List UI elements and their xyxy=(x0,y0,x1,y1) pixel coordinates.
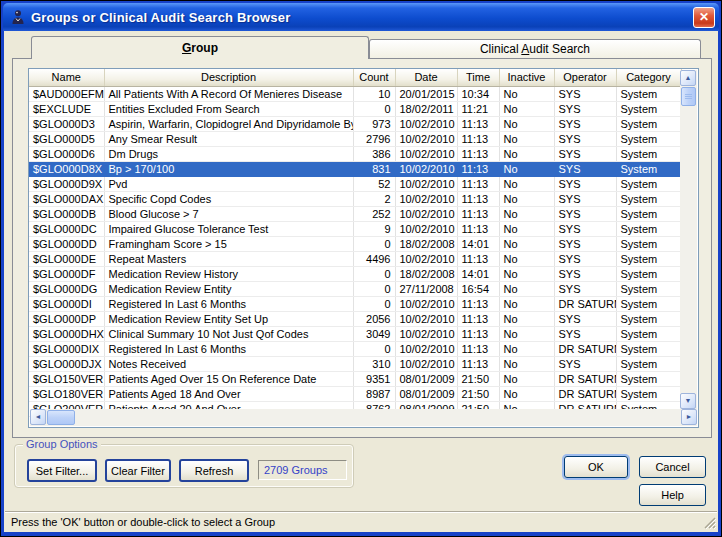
cell-time: 11:13 xyxy=(457,176,499,191)
cell-inactive: No xyxy=(499,281,554,296)
horizontal-scroll-thumb[interactable] xyxy=(47,410,75,425)
table-row[interactable]: $GLO180VERPatients Aged 18 And Over89870… xyxy=(29,386,681,401)
cell-count: 2 xyxy=(353,191,395,206)
cell-description: Blood Glucose > 7 xyxy=(104,206,353,221)
cell-description: Aspirin, Warfarin, Clopidogrel And Dipyr… xyxy=(104,116,353,131)
table-row[interactable]: $GLO000DHXClinical Summary 10 Not Just Q… xyxy=(29,326,681,341)
help-button[interactable]: Help xyxy=(639,484,706,506)
column-header-description[interactable]: Description xyxy=(104,69,353,86)
cell-description: Registered In Last 6 Months xyxy=(104,341,353,356)
table-row[interactable]: $GLO000DBBlood Glucose > 725210/02/20101… xyxy=(29,206,681,221)
scroll-down-icon[interactable]: ▼ xyxy=(680,393,696,409)
cell-description: Repeat Masters xyxy=(104,251,353,266)
cell-count: 2056 xyxy=(353,311,395,326)
table-row[interactable]: $AUD000EFMAll Patients With A Record Of … xyxy=(29,86,681,101)
scroll-up-icon[interactable]: ▲ xyxy=(680,70,696,86)
table-row[interactable]: $GLO000D6Dm Drugs38610/02/201011:13NoSYS… xyxy=(29,146,681,161)
table-row[interactable]: $GLO000DDFramingham Score > 15018/02/200… xyxy=(29,236,681,251)
table-row[interactable]: $GLO000D3Aspirin, Warfarin, Clopidogrel … xyxy=(29,116,681,131)
cell-count: 9 xyxy=(353,221,395,236)
close-button[interactable]: ✕ xyxy=(693,7,715,28)
cell-description: Entities Excluded From Search xyxy=(104,101,353,116)
table-row[interactable]: $GLO000D9XPvd5210/02/201011:13NoSYSSyste… xyxy=(29,176,681,191)
cell-count: 0 xyxy=(353,296,395,311)
table-row[interactable]: $GLO000DPMedication Review Entity Set Up… xyxy=(29,311,681,326)
table-row[interactable]: $GLO150VERPatients Aged Over 15 On Refer… xyxy=(29,371,681,386)
group-list[interactable]: NameDescriptionCountDateTimeInactiveOper… xyxy=(28,68,699,428)
scroll-left-icon[interactable]: ◄ xyxy=(30,409,46,425)
cell-name: $AUD000EFM xyxy=(29,86,104,101)
cell-inactive: No xyxy=(499,131,554,146)
cell-category: System xyxy=(616,236,681,251)
cell-description: Any Smear Result xyxy=(104,131,353,146)
cell-operator: DR SATURN xyxy=(554,341,616,356)
tab-clinical-audit-search[interactable]: Clinical Audit Search xyxy=(369,39,701,59)
cell-operator: SYS xyxy=(554,266,616,281)
cell-time: 16:54 xyxy=(457,281,499,296)
column-header-name[interactable]: Name xyxy=(29,69,104,86)
cell-category: System xyxy=(616,356,681,371)
cell-inactive: No xyxy=(499,146,554,161)
table-row[interactable]: $GLO000D8XBp > 170/10083110/02/201011:13… xyxy=(29,161,681,176)
cell-inactive: No xyxy=(499,356,554,371)
cell-description: Patients Aged Over 15 On Reference Date xyxy=(104,371,353,386)
set-filter-button[interactable]: Set Filter... xyxy=(27,459,97,482)
horizontal-scrollbar[interactable]: ◄ ► xyxy=(30,409,697,426)
cell-time: 11:13 xyxy=(457,116,499,131)
cell-count: 0 xyxy=(353,281,395,296)
cell-date: 27/11/2008 xyxy=(395,281,457,296)
cell-category: System xyxy=(616,386,681,401)
cell-count: 831 xyxy=(353,161,395,176)
table-row[interactable]: $GLO000DCImpaired Glucose Tolerance Test… xyxy=(29,221,681,236)
table-row[interactable]: $GLO000DGMedication Review Entity027/11/… xyxy=(29,281,681,296)
cell-date: 10/02/2010 xyxy=(395,221,457,236)
table-row[interactable]: $GLO000DERepeat Masters449610/02/201011:… xyxy=(29,251,681,266)
cell-date: 10/02/2010 xyxy=(395,326,457,341)
cell-count: 10 xyxy=(353,86,395,101)
clear-filter-button[interactable]: Clear Filter xyxy=(105,459,171,482)
cell-time: 11:13 xyxy=(457,131,499,146)
column-header-operator[interactable]: Operator xyxy=(554,69,616,86)
cell-category: System xyxy=(616,191,681,206)
cell-inactive: No xyxy=(499,326,554,341)
cell-inactive: No xyxy=(499,86,554,101)
table-row[interactable]: $GLO000D5Any Smear Result279610/02/20101… xyxy=(29,131,681,146)
refresh-button[interactable]: Refresh xyxy=(179,459,249,482)
cell-category: System xyxy=(616,131,681,146)
column-header-inactive[interactable]: Inactive xyxy=(499,69,554,86)
table-row[interactable]: $EXCLUDEEntities Excluded From Search018… xyxy=(29,101,681,116)
cell-inactive: No xyxy=(499,251,554,266)
cell-operator: SYS xyxy=(554,161,616,176)
cell-inactive: No xyxy=(499,341,554,356)
column-header-category[interactable]: Category xyxy=(616,69,681,86)
cell-count: 4496 xyxy=(353,251,395,266)
scroll-right-icon[interactable]: ► xyxy=(681,409,697,425)
cell-category: System xyxy=(616,251,681,266)
vertical-scroll-thumb[interactable] xyxy=(681,87,696,106)
cell-name: $GLO000D9X xyxy=(29,176,104,191)
cell-date: 10/02/2010 xyxy=(395,206,457,221)
ok-button[interactable]: OK xyxy=(564,456,628,478)
table-row[interactable]: $GLO000DJXNotes Received31010/02/201011:… xyxy=(29,356,681,371)
column-header-time[interactable]: Time xyxy=(457,69,499,86)
cell-inactive: No xyxy=(499,266,554,281)
title-bar[interactable]: Groups or Clinical Audit Search Browser … xyxy=(3,3,719,31)
vertical-scrollbar[interactable]: ▲ ▼ xyxy=(680,70,697,409)
resize-grip-icon[interactable] xyxy=(703,516,716,529)
cell-operator: DR SATURN xyxy=(554,296,616,311)
table-row[interactable]: $GLO000DAXSpecific Copd Codes210/02/2010… xyxy=(29,191,681,206)
group-table: NameDescriptionCountDateTimeInactiveOper… xyxy=(29,69,682,417)
group-options-box: Group Options Set Filter... Clear Filter… xyxy=(14,444,354,488)
cancel-button[interactable]: Cancel xyxy=(639,456,706,478)
table-row[interactable]: $GLO000DIRegistered In Last 6 Months010/… xyxy=(29,296,681,311)
table-row[interactable]: $GLO000DFMedication Review History018/02… xyxy=(29,266,681,281)
column-header-date[interactable]: Date xyxy=(395,69,457,86)
cell-description: Pvd xyxy=(104,176,353,191)
cell-category: System xyxy=(616,101,681,116)
tab-group[interactable]: Group xyxy=(31,36,369,59)
cell-category: System xyxy=(616,161,681,176)
cell-count: 252 xyxy=(353,206,395,221)
table-row[interactable]: $GLO000DIXRegistered In Last 6 Months010… xyxy=(29,341,681,356)
cell-inactive: No xyxy=(499,191,554,206)
column-header-count[interactable]: Count xyxy=(353,69,395,86)
